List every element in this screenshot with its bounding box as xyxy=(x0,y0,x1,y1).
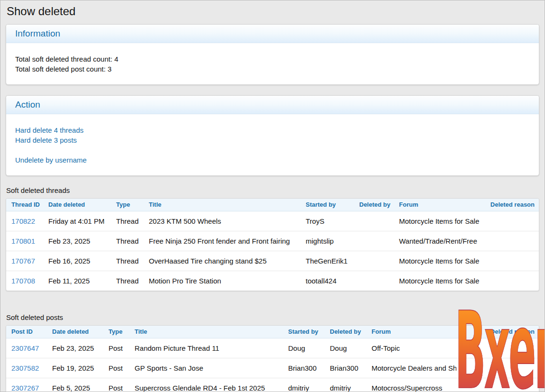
type-cell: Post xyxy=(103,338,129,358)
deleted-reason-cell xyxy=(484,271,539,291)
deleted-by-cell xyxy=(354,211,394,231)
thread-id-link[interactable]: 170767 xyxy=(11,257,35,265)
col-date-deleted: Date deleted xyxy=(47,326,103,338)
col-deleted-by: Deleted by xyxy=(354,199,394,211)
date-deleted-cell: Feb 16, 2025 xyxy=(43,251,111,271)
type-cell: Thread xyxy=(111,231,144,251)
date-deleted-cell: Feb 19, 2025 xyxy=(47,358,103,378)
posts-table: Post ID Date deleted Type Title Started … xyxy=(6,325,539,392)
post-id-link[interactable]: 2307647 xyxy=(11,344,39,352)
information-panel-body: Total soft deleted thread count: 4 Total… xyxy=(6,43,539,84)
table-row: 2307267 Feb 5, 2025 Post Supercross Glen… xyxy=(6,378,539,392)
col-thread-id: Thread ID xyxy=(6,199,43,211)
forum-cell: Motorcycle Dealers and Shops xyxy=(366,358,456,378)
started-by-cell: tootall424 xyxy=(300,271,354,291)
posts-header-row: Post ID Date deleted Type Title Started … xyxy=(6,326,539,338)
title-cell: GP Sports - San Jose xyxy=(129,358,283,378)
title-cell: Random Picture Thread 11 xyxy=(129,338,283,358)
posts-section-label: Soft deleted posts xyxy=(6,313,539,321)
forum-cell: Motorcycle Items for Sale xyxy=(394,211,484,231)
forum-cell: Wanted/Trade/Rent/Free xyxy=(394,231,484,251)
title-cell: Motion Pro Tire Station xyxy=(144,271,300,291)
forum-cell: Motocross/Supercross xyxy=(366,378,456,392)
deleted-reason-cell xyxy=(484,251,539,271)
col-post-id: Post ID xyxy=(6,326,47,338)
table-row: 2307647 Feb 23, 2025 Post Random Picture… xyxy=(6,338,539,358)
deleted-by-cell: Doug xyxy=(325,338,366,358)
title-cell: 2023 KTM 500 Wheels xyxy=(144,211,300,231)
date-deleted-cell: Feb 23, 2025 xyxy=(47,338,103,358)
information-panel-header: Information xyxy=(6,25,539,43)
col-forum: Forum xyxy=(366,326,456,338)
table-row: 2307582 Feb 19, 2025 Post GP Sports - Sa… xyxy=(6,358,539,378)
page-title: Show deleted xyxy=(7,5,538,18)
deleted-reason-cell xyxy=(456,338,539,358)
forum-cell: Motorcycle Items for Sale xyxy=(394,271,484,291)
deleted-reason-cell xyxy=(456,358,539,378)
threads-header-row: Thread ID Date deleted Type Title Starte… xyxy=(6,199,539,211)
action-panel-body: Hard delete 4 threads Hard delete 3 post… xyxy=(6,114,539,175)
type-cell: Post xyxy=(103,378,129,392)
col-deleted-reason: Deleted reason xyxy=(456,326,539,338)
col-title: Title xyxy=(129,326,283,338)
col-title: Title xyxy=(144,199,300,211)
thread-id-link[interactable]: 170708 xyxy=(11,277,35,285)
table-row: 170822 Friday at 4:01 PM Thread 2023 KTM… xyxy=(6,211,539,231)
col-deleted-by: Deleted by xyxy=(325,326,366,338)
type-cell: Thread xyxy=(111,211,144,231)
col-deleted-reason: Deleted reason xyxy=(484,199,539,211)
table-row: 170801 Feb 23, 2025 Thread Free Ninja 25… xyxy=(6,231,539,251)
date-deleted-cell: Feb 23, 2025 xyxy=(43,231,111,251)
table-row: 170767 Feb 16, 2025 Thread OverHaased Ti… xyxy=(6,251,539,271)
hard-delete-posts-link[interactable]: Hard delete 3 posts xyxy=(15,136,77,144)
thread-id-link[interactable]: 170822 xyxy=(11,217,35,225)
post-id-link[interactable]: 2307582 xyxy=(11,364,39,372)
started-by-cell: mightslip xyxy=(300,231,354,251)
deleted-reason-cell xyxy=(484,211,539,231)
started-by-cell: TheGenErik1 xyxy=(300,251,354,271)
date-deleted-cell: Feb 5, 2025 xyxy=(47,378,103,392)
deleted-by-cell: dmitriy xyxy=(325,378,366,392)
table-row: 170708 Feb 11, 2025 Thread Motion Pro Ti… xyxy=(6,271,539,291)
threads-table: Thread ID Date deleted Type Title Starte… xyxy=(6,198,539,291)
forum-cell: Motorcycle Items for Sale xyxy=(394,251,484,271)
started-by-cell: Doug xyxy=(283,338,325,358)
started-by-cell: Brian300 xyxy=(283,358,325,378)
col-date-deleted: Date deleted xyxy=(43,199,111,211)
undelete-by-username-link[interactable]: Undelete by username xyxy=(15,156,87,164)
thread-count-line: Total soft deleted thread count: 4 xyxy=(15,54,530,64)
action-panel-header: Action xyxy=(6,96,539,114)
col-forum: Forum xyxy=(394,199,484,211)
type-cell: Thread xyxy=(111,271,144,291)
deleted-by-cell: Brian300 xyxy=(325,358,366,378)
date-deleted-cell: Friday at 4:01 PM xyxy=(43,211,111,231)
thread-id-link[interactable]: 170801 xyxy=(11,237,35,245)
post-count-line: Total soft deleted post count: 3 xyxy=(15,64,530,74)
deleted-reason-cell xyxy=(484,231,539,251)
deleted-by-cell xyxy=(354,271,394,291)
forum-cell: Off-Topic xyxy=(366,338,456,358)
type-cell: Thread xyxy=(111,251,144,271)
col-started-by: Started by xyxy=(300,199,354,211)
started-by-cell: TroyS xyxy=(300,211,354,231)
hard-delete-threads-link[interactable]: Hard delete 4 threads xyxy=(15,126,83,134)
date-deleted-cell: Feb 11, 2025 xyxy=(43,271,111,291)
type-cell: Post xyxy=(103,358,129,378)
col-type: Type xyxy=(103,326,129,338)
deleted-by-cell xyxy=(354,251,394,271)
title-cell: Free Ninja 250 Front fender and Front fa… xyxy=(144,231,300,251)
post-id-link[interactable]: 2307267 xyxy=(11,384,39,392)
action-panel: Action Hard delete 4 threads Hard delete… xyxy=(6,95,539,176)
title-cell: OverHaased Tire changing stand $25 xyxy=(144,251,300,271)
title-cell: Supercross Glendale RD4 - Feb 1st 2025 xyxy=(129,378,283,392)
deleted-reason-cell xyxy=(456,378,539,392)
col-type: Type xyxy=(111,199,144,211)
started-by-cell: dmitriy xyxy=(283,378,325,392)
col-started-by: Started by xyxy=(283,326,325,338)
threads-section-label: Soft deleted threads xyxy=(6,186,539,194)
deleted-by-cell xyxy=(354,231,394,251)
information-panel: Information Total soft deleted thread co… xyxy=(6,24,539,85)
